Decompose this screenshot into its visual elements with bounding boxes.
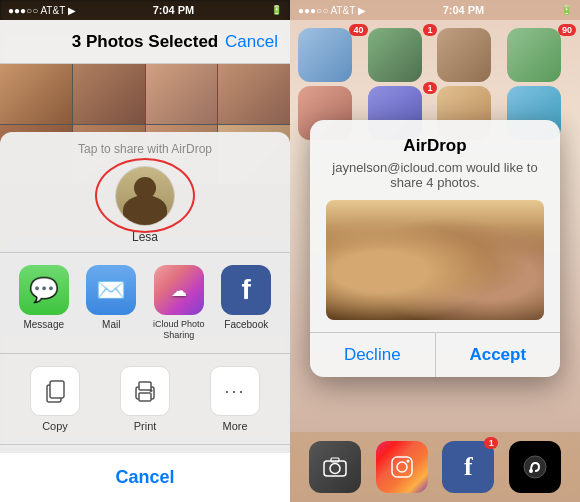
action-label-more: More: [222, 420, 247, 432]
dialog-photo-inner: [326, 200, 544, 320]
airdrop-contact-row: Lesa: [0, 166, 290, 244]
phone-left: ●●●○○ AT&T ▶ 7:04 PM 🔋 3 Photos Selected…: [0, 0, 290, 502]
app-row: 💬 Message ✉️ Mail ☁ iCloud PhotoSharing …: [0, 253, 290, 354]
svg-point-11: [406, 460, 409, 463]
photo-cell: [0, 64, 72, 124]
app-label-message: Message: [23, 319, 64, 330]
dock-right: f 1: [290, 432, 580, 502]
svg-point-7: [330, 464, 340, 474]
action-row: Copy Print ··· More: [0, 354, 290, 445]
cancel-button-bottom[interactable]: Cancel: [0, 453, 290, 502]
airdrop-hint: Tap to share with AirDrop: [0, 142, 290, 156]
svg-point-12: [524, 456, 546, 478]
dock-facebook-badge: 1: [484, 437, 498, 449]
action-label-copy: Copy: [42, 420, 68, 432]
app-label-icloud: iCloud PhotoSharing: [153, 319, 205, 341]
dock-instagram[interactable]: [376, 441, 428, 493]
carrier-right: ●●●○○ AT&T ▶: [298, 5, 366, 16]
hs-badge: 1: [423, 24, 437, 36]
avatar: [115, 166, 175, 226]
hs-icon: [507, 28, 561, 82]
nav-bar-left: 3 Photos Selected Cancel: [0, 20, 290, 64]
nav-cancel-left[interactable]: Cancel: [225, 32, 278, 52]
message-icon: 💬: [19, 265, 69, 315]
action-more[interactable]: ··· More: [205, 366, 265, 432]
photo-cell: [73, 64, 145, 124]
svg-point-13: [529, 469, 533, 473]
photo-cell: [146, 64, 218, 124]
status-bar-right: ●●●○○ AT&T ▶ 7:04 PM 🔋: [290, 0, 580, 20]
action-copy[interactable]: Copy: [25, 366, 85, 432]
dock-hootsuite[interactable]: [509, 441, 561, 493]
facebook-icon: f: [221, 265, 271, 315]
action-print[interactable]: Print: [115, 366, 175, 432]
share-app-facebook[interactable]: f Facebook: [216, 265, 276, 341]
decline-button[interactable]: Decline: [310, 333, 436, 377]
hs-icon: [437, 28, 491, 82]
copy-icon: [30, 366, 80, 416]
airdrop-dialog: AirDrop jaynelson@icloud.com would like …: [310, 120, 560, 377]
share-app-message[interactable]: 💬 Message: [14, 265, 74, 341]
carrier-left: ●●●○○ AT&T ▶: [8, 5, 76, 16]
hs-badge: 90: [558, 24, 576, 36]
print-icon: [120, 366, 170, 416]
share-app-icloud[interactable]: ☁ iCloud PhotoSharing: [149, 265, 209, 341]
mail-icon: ✉️: [86, 265, 136, 315]
time-left: 7:04 PM: [153, 4, 195, 16]
svg-point-10: [397, 462, 407, 472]
hs-badge: 1: [423, 82, 437, 94]
dialog-buttons: Decline Accept: [310, 332, 560, 377]
share-app-mail[interactable]: ✉️ Mail: [81, 265, 141, 341]
dialog-title: AirDrop: [326, 136, 544, 156]
svg-point-5: [150, 389, 153, 392]
svg-rect-4: [139, 393, 151, 401]
action-label-print: Print: [134, 420, 157, 432]
time-right: 7:04 PM: [443, 4, 485, 16]
app-label-mail: Mail: [102, 319, 120, 330]
icloud-icon: ☁: [154, 265, 204, 315]
dock-facebook[interactable]: f 1: [442, 441, 494, 493]
hs-icon: [298, 28, 352, 82]
svg-rect-3: [139, 382, 151, 390]
share-sheet: Tap to share with AirDrop Lesa 💬 Message…: [0, 132, 290, 502]
phone-right: ●●●○○ AT&T ▶ 7:04 PM 🔋 40 1 90 1 AirDrop: [290, 0, 580, 502]
photo-cell: [218, 64, 290, 124]
dialog-photo: [326, 200, 544, 320]
more-icon: ···: [210, 366, 260, 416]
avatar-silhouette: [116, 167, 174, 225]
dock-camera[interactable]: [309, 441, 361, 493]
accept-button[interactable]: Accept: [436, 333, 561, 377]
app-label-facebook: Facebook: [224, 319, 268, 330]
nav-title-left: 3 Photos Selected: [72, 32, 218, 52]
airdrop-section: Tap to share with AirDrop Lesa: [0, 132, 290, 253]
hs-icon: [368, 28, 422, 82]
dialog-subtitle: jaynelson@icloud.com would like to share…: [326, 160, 544, 190]
battery-left: 🔋: [271, 5, 282, 15]
battery-right: 🔋: [561, 5, 572, 15]
status-bar-left: ●●●○○ AT&T ▶ 7:04 PM 🔋: [0, 0, 290, 20]
hs-badge: 40: [349, 24, 367, 36]
svg-rect-1: [50, 381, 64, 398]
